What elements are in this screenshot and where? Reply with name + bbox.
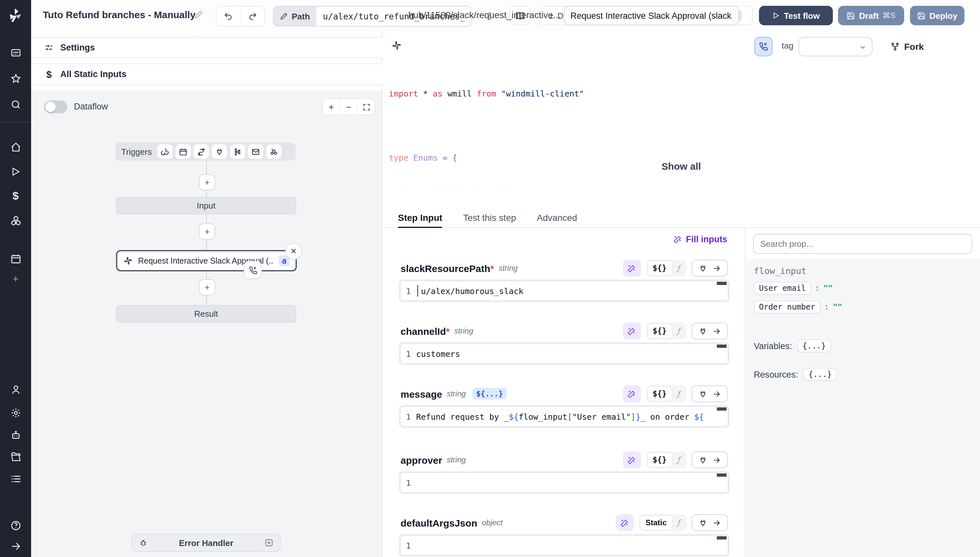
fx-mode-option[interactable]: ƒ bbox=[672, 264, 685, 273]
ai-fill-button[interactable] bbox=[623, 451, 641, 468]
connect-input-button[interactable] bbox=[692, 514, 728, 531]
input-node[interactable]: Input bbox=[116, 197, 296, 214]
websocket-trigger-button[interactable] bbox=[212, 145, 227, 159]
field-editor[interactable]: 1 u/alex/humorous_slack bbox=[400, 281, 728, 301]
chevron-down-icon bbox=[859, 43, 867, 51]
suspend-approval-button[interactable] bbox=[755, 37, 773, 56]
resources-expander[interactable]: {...} bbox=[804, 368, 837, 381]
delete-step-button[interactable]: ✕ bbox=[285, 243, 302, 260]
fx-mode-option[interactable]: ƒ bbox=[672, 389, 685, 398]
insert-step-button-middle[interactable]: + bbox=[199, 223, 215, 239]
sidebar-item-schedules[interactable] bbox=[8, 251, 23, 265]
zoom-out-button[interactable]: − bbox=[340, 99, 357, 115]
field-editor[interactable]: 1 Refund request by _${flow_input["User … bbox=[400, 407, 728, 426]
add-error-handler-icon[interactable] bbox=[265, 538, 273, 547]
search-prop-input[interactable] bbox=[753, 234, 972, 254]
sidebar-item-resources[interactable] bbox=[8, 213, 23, 227]
test-flow-button[interactable]: Test flow bbox=[759, 6, 833, 25]
all-static-inputs-row[interactable]: $ All Static Inputs bbox=[31, 64, 382, 85]
dollar-icon: $ bbox=[13, 190, 19, 203]
http-route-trigger-button[interactable] bbox=[194, 145, 209, 159]
fx-mode-option[interactable]: ƒ bbox=[672, 455, 685, 464]
sidebar-item-apps[interactable] bbox=[8, 46, 23, 60]
edit-title-icon[interactable] bbox=[194, 10, 203, 19]
connect-input-button[interactable] bbox=[692, 322, 728, 339]
kafka-trigger-button[interactable] bbox=[230, 145, 245, 159]
insert-step-button-top[interactable]: + bbox=[199, 174, 215, 191]
tab-test-this-step[interactable]: Test this step bbox=[463, 207, 516, 227]
prop-key[interactable]: User email bbox=[754, 282, 811, 295]
sidebar-item-search[interactable] bbox=[8, 97, 23, 111]
insert-step-button-bottom[interactable]: + bbox=[199, 279, 215, 295]
ai-fill-button[interactable] bbox=[616, 514, 634, 531]
sidebar-item-folders[interactable] bbox=[8, 450, 23, 464]
show-all-code-button[interactable]: Show all bbox=[382, 161, 980, 172]
field-editor[interactable]: 1 bbox=[400, 536, 728, 555]
tab-advanced[interactable]: Advanced bbox=[537, 207, 577, 227]
static-mode-option[interactable]: Static bbox=[640, 516, 672, 530]
fit-view-button[interactable] bbox=[357, 99, 375, 115]
sidebar-expand-button[interactable] bbox=[8, 539, 23, 553]
arrow-right-icon bbox=[712, 264, 721, 272]
fx-mode-option[interactable]: ƒ bbox=[672, 326, 685, 336]
sidebar-item-runs[interactable] bbox=[8, 164, 23, 179]
wand-icon bbox=[621, 518, 629, 527]
sidebar-item-variables[interactable]: $ bbox=[8, 189, 23, 204]
template-mode-option[interactable]: ${} bbox=[647, 324, 672, 338]
variables-label: Variables: bbox=[754, 341, 792, 351]
ai-fill-button[interactable] bbox=[623, 385, 641, 402]
fill-inputs-button[interactable]: Fill inputs bbox=[382, 235, 727, 244]
step-name-input[interactable] bbox=[564, 6, 739, 25]
input-mode-toggle[interactable]: ${}ƒ bbox=[646, 385, 686, 402]
sidebar-item-home[interactable] bbox=[8, 140, 23, 154]
hub-script-path[interactable]: hub/11500/slack/request_interactive... bbox=[408, 10, 561, 20]
connect-input-button[interactable] bbox=[692, 385, 728, 402]
connect-input-button[interactable] bbox=[692, 451, 728, 468]
fork-button[interactable]: Fork bbox=[890, 37, 924, 56]
dataflow-toggle[interactable] bbox=[44, 100, 67, 113]
field-editor[interactable]: 1 bbox=[400, 473, 728, 492]
ai-fill-button[interactable] bbox=[623, 260, 641, 277]
undo-button[interactable] bbox=[217, 7, 240, 26]
input-mode-toggle[interactable]: ${}ƒ bbox=[646, 451, 686, 468]
deploy-button[interactable]: Deploy bbox=[910, 6, 964, 25]
ai-fill-button[interactable] bbox=[623, 322, 641, 339]
flow-input-root[interactable]: flow_input bbox=[754, 265, 980, 276]
flow-settings-row[interactable]: Settings bbox=[31, 37, 382, 58]
webhook-trigger-button[interactable] bbox=[157, 145, 172, 159]
tag-select[interactable] bbox=[799, 37, 872, 56]
tab-step-input[interactable]: Step Input bbox=[398, 207, 443, 227]
schedule-trigger-button[interactable] bbox=[176, 145, 191, 159]
connect-input-button[interactable] bbox=[692, 260, 728, 277]
sidebar-item-audit-logs[interactable] bbox=[8, 472, 23, 486]
email-trigger-button[interactable] bbox=[248, 145, 263, 159]
template-mode-option[interactable]: ${} bbox=[647, 453, 672, 467]
suspend-approval-badge[interactable] bbox=[244, 261, 262, 279]
zoom-in-button[interactable]: + bbox=[323, 99, 340, 115]
sidebar-item-favorites[interactable] bbox=[8, 71, 23, 85]
field-editor[interactable]: 1 customers bbox=[400, 344, 728, 363]
sidebar-item-settings[interactable] bbox=[8, 406, 23, 420]
redo-button[interactable] bbox=[240, 7, 265, 26]
cubes-icon bbox=[10, 215, 21, 226]
fx-mode-option[interactable]: ƒ bbox=[672, 518, 685, 527]
error-handler-node[interactable]: Error Handler bbox=[132, 534, 281, 552]
windmill-logo[interactable] bbox=[0, 0, 31, 31]
sidebar-item-users[interactable] bbox=[8, 382, 23, 396]
variables-expander[interactable]: {...} bbox=[797, 339, 831, 352]
input-mode-toggle[interactable]: ${}ƒ bbox=[646, 322, 686, 339]
template-mode-option[interactable]: ${} bbox=[647, 261, 672, 275]
slack-approval-step-node[interactable]: Request Interactive Slack Approval (... … bbox=[116, 250, 297, 271]
sidebar-item-workers[interactable] bbox=[8, 428, 23, 442]
sidebar-item-more[interactable]: + bbox=[8, 272, 23, 286]
poll-trigger-button[interactable] bbox=[266, 145, 281, 159]
line-number: 1 bbox=[400, 286, 416, 296]
triggers-label: Triggers bbox=[121, 147, 152, 156]
template-mode-option[interactable]: ${} bbox=[647, 387, 672, 401]
save-draft-button[interactable]: Draft ⌘S bbox=[838, 6, 904, 25]
input-mode-toggle[interactable]: ${}ƒ bbox=[646, 260, 686, 277]
input-mode-toggle[interactable]: Staticƒ bbox=[639, 514, 686, 531]
result-node[interactable]: Result bbox=[116, 305, 296, 322]
sidebar-item-help[interactable] bbox=[8, 518, 23, 533]
prop-key[interactable]: Order number bbox=[754, 301, 820, 313]
